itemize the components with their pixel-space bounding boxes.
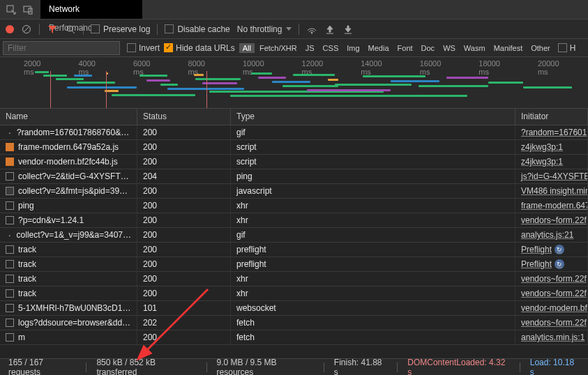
type-pill-fetch-xhr[interactable]: Fetch/XHR xyxy=(256,43,301,53)
hide-data-urls-checkbox[interactable]: Hide data URLs xyxy=(164,43,235,53)
cell-initiator[interactable]: frame-modern.647 xyxy=(515,199,588,213)
svg-line-6 xyxy=(72,31,75,33)
timeline-marker xyxy=(206,71,207,108)
cell-initiator[interactable]: analytics.js:21 xyxy=(515,228,588,242)
cell-name: ·?random=1676017868760&… xyxy=(0,125,137,139)
table-row[interactable]: track200preflightPreflight↻ xyxy=(0,257,588,272)
cell-type: gif xyxy=(231,228,515,242)
cell-initiator[interactable]: ?random=167601 xyxy=(515,125,588,139)
type-pill-wasm[interactable]: Wasm xyxy=(460,43,489,53)
preflight-icon: ↻ xyxy=(555,259,564,269)
type-pill-js[interactable]: JS xyxy=(302,43,318,53)
type-pill-other[interactable]: Other xyxy=(527,43,554,53)
type-pill-all[interactable]: All xyxy=(239,43,255,53)
cell-initiator[interactable]: Preflight↻ xyxy=(515,243,588,257)
filter-icon[interactable] xyxy=(47,24,58,35)
type-pill-doc[interactable]: Doc xyxy=(418,43,439,53)
cell-status: 202 xyxy=(137,316,231,330)
status-load: Load: 10.18 s xyxy=(530,358,580,376)
cell-initiator[interactable]: Preflight↻ xyxy=(515,257,588,271)
file-icon xyxy=(6,304,14,312)
type-pill-img[interactable]: Img xyxy=(343,43,363,53)
cell-name: vendor-modern.bf2fc44b.js xyxy=(0,155,137,169)
table-row[interactable]: collect?v=2&tid=G-4XYSFT…204pingjs?id=G-… xyxy=(0,169,588,184)
file-icon xyxy=(6,289,14,298)
cell-initiator[interactable]: vendor-modern.bf xyxy=(515,301,588,315)
timeline-bar xyxy=(140,75,167,77)
preserve-log-checkbox[interactable]: Preserve log xyxy=(91,24,150,34)
status-finish: Finish: 41.88 s xyxy=(334,358,388,376)
cell-type: fetch xyxy=(231,330,515,344)
cell-status: 200 xyxy=(137,330,231,344)
cell-type: ping xyxy=(231,169,515,183)
table-row[interactable]: ?p=cdn&v=1.24.1200xhrvendors~form.22f xyxy=(0,213,588,228)
cell-initiator[interactable]: analytics.min.js:1 xyxy=(515,330,588,344)
cell-type: xhr xyxy=(231,286,515,300)
table-body[interactable]: ·?random=1676017868760&…200gif?random=16… xyxy=(0,125,588,346)
svg-point-5 xyxy=(67,26,73,31)
type-pill-font[interactable]: Font xyxy=(394,43,416,53)
cell-initiator[interactable]: VM486 insight.mir xyxy=(515,184,588,198)
timeline-bar xyxy=(77,82,115,84)
type-pill-media[interactable]: Media xyxy=(365,43,393,53)
select-element-icon[interactable] xyxy=(6,4,17,15)
caret-down-icon xyxy=(286,27,292,31)
timeline-bar xyxy=(105,90,119,92)
table-row[interactable]: collect?v=2&fmt=js&pid=39…200javascriptV… xyxy=(0,184,588,199)
cell-status: 101 xyxy=(137,301,231,315)
file-icon xyxy=(6,333,14,342)
throttling-select[interactable]: No throttling xyxy=(237,24,292,34)
column-name[interactable]: Name xyxy=(0,109,137,125)
cell-initiator[interactable]: z4jkwg3p:1 xyxy=(515,140,588,154)
column-initiator[interactable]: Initiator xyxy=(515,109,588,125)
table-row[interactable]: frame-modern.6479a52a.js200scriptz4jkwg3… xyxy=(0,140,588,155)
cell-name: logs?ddsource=browser&dd… xyxy=(0,316,137,330)
cell-initiator[interactable]: vendors~form.22f xyxy=(515,272,588,286)
invert-checkbox[interactable]: Invert xyxy=(127,43,160,53)
search-icon[interactable] xyxy=(65,24,76,35)
table-row[interactable]: ping200xhrframe-modern.647 xyxy=(0,199,588,213)
cell-initiator[interactable]: js?id=G-4XYSFTE xyxy=(515,169,588,183)
table-row[interactable]: ·collect?v=1&_v=j99&a=3407…200gifanalyti… xyxy=(0,228,588,243)
table-row[interactable]: 5-1XMHRl-h7BwU0NB3cD1…101websocketvendor… xyxy=(0,301,588,316)
cell-initiator[interactable]: vendors~form.22f xyxy=(515,316,588,330)
cell-initiator[interactable]: vendors~form.22f xyxy=(515,213,588,227)
timeline-bar xyxy=(272,81,310,83)
table-row[interactable]: m200fetchanalytics.min.js:1 xyxy=(0,330,588,345)
download-icon[interactable] xyxy=(342,24,354,35)
type-pill-css[interactable]: CSS xyxy=(319,43,342,53)
timeline-bar xyxy=(167,88,244,90)
file-icon xyxy=(6,143,14,151)
cell-initiator[interactable]: vendors~form.22f xyxy=(515,286,588,300)
timeline-marker xyxy=(106,71,107,108)
table-row[interactable]: track200xhrvendors~form.22f xyxy=(0,272,588,286)
disable-cache-checkbox[interactable]: Disable cache xyxy=(165,24,229,34)
network-timeline[interactable]: 2000 ms4000 ms6000 ms8000 ms10000 ms1200… xyxy=(0,57,588,109)
column-status[interactable]: Status xyxy=(137,109,231,125)
timeline-bar xyxy=(328,79,338,81)
cell-type: gif xyxy=(231,125,515,139)
h-checkbox[interactable]: H xyxy=(558,43,576,53)
table-row[interactable]: track200preflightPreflight↻ xyxy=(0,243,588,257)
cell-name: ?p=cdn&v=1.24.1 xyxy=(0,213,137,227)
network-conditions-icon[interactable] xyxy=(306,24,317,35)
upload-icon[interactable] xyxy=(324,24,336,35)
timeline-bar xyxy=(160,84,178,86)
table-row[interactable]: vendor-modern.bf2fc44b.js200scriptz4jkwg… xyxy=(0,155,588,169)
table-row[interactable]: logs?ddsource=browser&dd…202fetchvendors… xyxy=(0,316,588,330)
device-toolbar-icon[interactable] xyxy=(22,4,33,15)
type-pill-manifest[interactable]: Manifest xyxy=(490,43,527,53)
preflight-icon: ↻ xyxy=(555,245,564,254)
filter-input[interactable] xyxy=(3,41,120,55)
type-pill-ws[interactable]: WS xyxy=(439,43,459,53)
cell-initiator[interactable]: z4jkwg3p:1 xyxy=(515,155,588,169)
clear-icon[interactable] xyxy=(21,24,32,35)
column-type[interactable]: Type xyxy=(231,109,515,125)
tab-network[interactable]: Network xyxy=(40,0,142,19)
table-row[interactable]: track200xhrvendors~form.22f xyxy=(0,286,588,301)
table-row[interactable]: ·?random=1676017868760&…200gif?random=16… xyxy=(0,125,588,140)
timeline-bar xyxy=(146,79,170,82)
svg-rect-1 xyxy=(24,6,31,12)
cell-name: frame-modern.6479a52a.js xyxy=(0,140,137,154)
record-button[interactable] xyxy=(6,25,14,33)
